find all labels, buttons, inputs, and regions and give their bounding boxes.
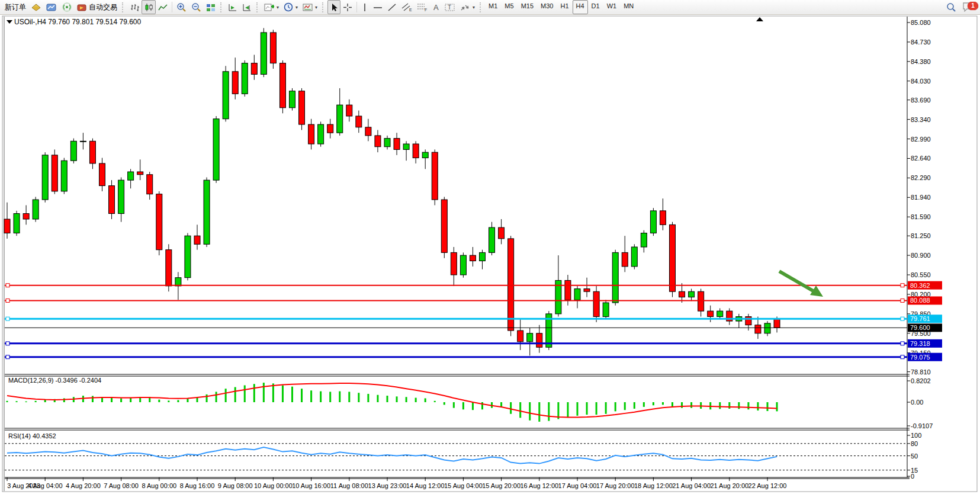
- macd-histogram-bar: [348, 392, 350, 402]
- time-axis-label: 10 Aug 16:00: [292, 482, 330, 489]
- arrows-button[interactable]: ▾: [458, 0, 477, 14]
- candle-body: [755, 325, 761, 333]
- candle-body: [460, 255, 466, 275]
- candle-body: [346, 105, 352, 116]
- candle-body: [584, 289, 590, 292]
- line-handle[interactable]: [901, 284, 904, 287]
- timeframe-button-mn[interactable]: MN: [620, 0, 637, 14]
- timeframe-button-m15[interactable]: M15: [518, 0, 537, 14]
- new-order-button[interactable]: 新订单: [2, 0, 28, 14]
- line-handle[interactable]: [901, 355, 904, 359]
- candle-body: [499, 227, 505, 239]
- toolbar-handle: [256, 2, 259, 12]
- crosshair-button[interactable]: [340, 0, 355, 14]
- candlestick-chart-button[interactable]: [142, 0, 156, 14]
- search-button[interactable]: [944, 0, 959, 14]
- candle-body: [52, 155, 57, 191]
- text-icon: A: [432, 3, 440, 12]
- price-axis-tick-label: 81.940: [911, 194, 931, 201]
- time-axis-label: 8 Aug 16:00: [180, 482, 215, 489]
- candle-body: [204, 180, 210, 244]
- time-axis-label: 17 Aug 20:00: [596, 482, 635, 489]
- timeframe-button-h1[interactable]: H1: [557, 0, 572, 14]
- fibonacci-button[interactable]: F: [415, 0, 430, 14]
- time-axis-label: 21 Aug 04:00: [672, 482, 711, 489]
- macd-histogram-bar: [719, 402, 721, 409]
- deposit-icon[interactable]: [28, 0, 44, 14]
- line-handle[interactable]: [901, 317, 904, 320]
- cursor-button[interactable]: [327, 0, 340, 14]
- community-button[interactable]: [44, 0, 59, 14]
- zoom-out-button[interactable]: [189, 0, 204, 14]
- macd-histogram-bar: [690, 402, 692, 408]
- tile-windows-button[interactable]: [204, 0, 218, 14]
- chart-shift-button[interactable]: [240, 0, 254, 14]
- price-chart[interactable]: 85.08084.73084.38084.03083.69083.34082.9…: [0, 15, 980, 494]
- channel-button[interactable]: E: [399, 0, 415, 14]
- rsi-axis-label: 50: [911, 453, 918, 460]
- macd-label: MACD(12,26,9) -0.3496 -0.2404: [8, 377, 101, 384]
- macd-histogram-bar: [234, 387, 236, 402]
- macd-histogram-bar: [149, 398, 150, 402]
- candle-body: [213, 119, 219, 180]
- macd-histogram-bar: [415, 398, 417, 402]
- notifications-button[interactable]: 1: [962, 1, 974, 13]
- line-handle[interactable]: [901, 342, 904, 345]
- candle-body: [23, 214, 29, 219]
- candle-body: [717, 311, 723, 316]
- indicators-caret: ▾: [277, 5, 279, 10]
- auto-scroll-icon: [228, 3, 237, 12]
- macd-histogram-bar: [92, 396, 94, 402]
- time-axis-label: 16 Aug 12:00: [520, 482, 558, 489]
- macd-histogram-bar: [728, 402, 730, 409]
- candle-body: [89, 141, 95, 163]
- price-axis-tick-label: 85.080: [911, 19, 931, 26]
- timeframe-button-m1[interactable]: M1: [485, 0, 501, 14]
- toolbar-handle: [480, 2, 483, 12]
- macd-histogram-bar: [662, 402, 664, 405]
- macd-histogram-bar: [301, 389, 303, 402]
- horizontal-line-button[interactable]: [371, 0, 385, 14]
- macd-histogram-bar: [747, 402, 749, 409]
- timeframe-button-m30[interactable]: M30: [537, 0, 557, 14]
- new-order-label: 新订单: [5, 2, 26, 12]
- macd-axis-label: 0.00: [911, 399, 923, 406]
- line-handle[interactable]: [901, 299, 904, 302]
- auto-scroll-button[interactable]: [226, 0, 240, 14]
- text-label-button[interactable]: T: [442, 0, 458, 14]
- svg-text:E: E: [409, 8, 412, 12]
- macd-histogram-bar: [529, 402, 531, 421]
- toolbar-separator: [172, 2, 172, 12]
- candle-body: [70, 141, 76, 161]
- timeframe-button-m5[interactable]: M5: [501, 0, 517, 14]
- line-handle[interactable]: [6, 355, 9, 359]
- line-handle[interactable]: [6, 284, 9, 287]
- timeframe-button-h4[interactable]: H4: [573, 0, 588, 14]
- auto-trading-button[interactable]: 自动交易: [75, 0, 120, 14]
- line-handle[interactable]: [6, 317, 9, 320]
- indicators-button[interactable]: ▾: [262, 0, 281, 14]
- text-button[interactable]: A: [430, 0, 442, 14]
- timeframe-button-w1[interactable]: W1: [603, 0, 621, 14]
- templates-button[interactable]: ▾: [300, 0, 320, 14]
- periods-button[interactable]: ▾: [281, 0, 300, 14]
- trendline-button[interactable]: [385, 0, 399, 14]
- bar-chart-button[interactable]: [127, 0, 142, 14]
- price-axis-tick-label: 82.640: [911, 155, 931, 162]
- tile-windows-icon: [206, 3, 216, 12]
- templates-caret: ▾: [315, 5, 317, 10]
- timeframe-button-d1[interactable]: D1: [588, 0, 603, 14]
- candlestick-chart-icon: [144, 3, 153, 12]
- candle-body: [660, 211, 666, 225]
- vertical-line-button[interactable]: [359, 0, 371, 14]
- line-handle[interactable]: [6, 342, 9, 345]
- candle-body: [109, 186, 115, 214]
- zoom-in-button[interactable]: [174, 0, 189, 14]
- candle-body: [518, 331, 523, 342]
- candle-body: [309, 124, 314, 144]
- line-chart-button[interactable]: [156, 0, 170, 14]
- macd-histogram-bar: [444, 402, 445, 405]
- zoom-in-icon: [176, 2, 187, 12]
- line-handle[interactable]: [6, 299, 9, 302]
- signals-button[interactable]: [59, 0, 75, 14]
